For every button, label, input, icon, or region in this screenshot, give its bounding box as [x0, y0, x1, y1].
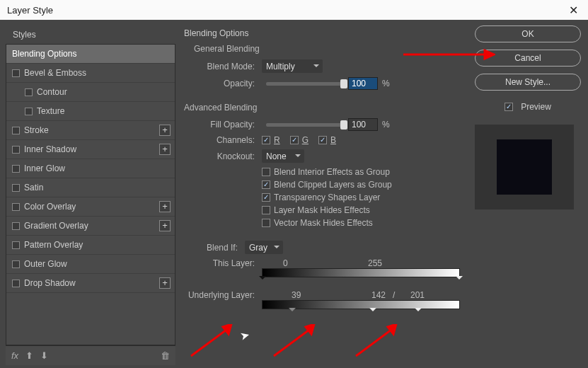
sidebar-item-label: Blending Options: [12, 49, 76, 59]
underlying-gradient[interactable]: [262, 300, 460, 309]
blend-interior-label: Blend Interior Effects as Group: [274, 167, 390, 177]
blend-clipped-label: Blend Clipped Layers as Group: [274, 180, 392, 190]
sidebar-item[interactable]: Gradient Overlay+: [6, 217, 175, 236]
fill-opacity-slider[interactable]: [266, 123, 344, 127]
svg-marker-7: [388, 324, 396, 334]
sidebar-item[interactable]: Outer Glow: [6, 255, 175, 274]
sidebar-item[interactable]: Pattern Overlay: [6, 236, 175, 255]
sidebar-item[interactable]: Bevel & Emboss: [6, 64, 175, 83]
fill-opacity-unit: %: [382, 120, 390, 130]
this-layer-label: This Layer:: [184, 258, 255, 268]
add-effect-icon[interactable]: +: [159, 220, 171, 231]
knockout-label: Knockout:: [184, 151, 255, 161]
underlying-label: Underlying Layer:: [184, 290, 255, 300]
opacity-label: Opacity:: [184, 79, 255, 88]
add-effect-icon[interactable]: +: [159, 144, 171, 155]
preview-label: Preview: [521, 102, 551, 112]
style-checkbox[interactable]: [12, 222, 20, 230]
style-checkbox[interactable]: [12, 260, 20, 268]
sidebar-item-label: Stroke: [24, 125, 49, 135]
fx-icon[interactable]: fx: [11, 350, 18, 361]
sidebar-item[interactable]: Inner Shadow+: [6, 140, 175, 159]
right-panel: OK Cancel New Style... Preview: [475, 25, 581, 365]
add-effect-icon[interactable]: +: [159, 125, 171, 136]
opacity-input[interactable]: [348, 77, 378, 90]
layermask-checkbox[interactable]: [262, 206, 270, 214]
preview-checkbox[interactable]: [505, 103, 513, 111]
channels-label: Channels:: [184, 135, 255, 145]
titlebar: Layer Style ✕: [0, 0, 588, 20]
style-checkbox[interactable]: [12, 165, 20, 173]
opacity-slider[interactable]: [266, 82, 344, 86]
style-checkbox[interactable]: [12, 280, 20, 287]
style-checkbox[interactable]: [12, 241, 20, 249]
under-white-split-a[interactable]: [369, 308, 376, 315]
svg-line-6: [356, 330, 391, 356]
blend-interior-checkbox[interactable]: [262, 168, 270, 176]
add-effect-icon[interactable]: +: [159, 277, 171, 289]
sidebar-item-label: Inner Glow: [24, 163, 65, 173]
annotation-arrow: [188, 324, 237, 360]
style-checkbox[interactable]: [12, 203, 20, 211]
arrow-down-icon[interactable]: ⬇: [40, 350, 48, 361]
sidebar-item-label: Satin: [24, 183, 43, 192]
vectormask-label: Vector Mask Hides Effects: [274, 218, 373, 228]
style-checkbox[interactable]: [12, 69, 20, 77]
fill-opacity-input[interactable]: [348, 118, 378, 131]
opacity-unit: %: [382, 79, 390, 88]
this-white-slider[interactable]: [456, 276, 463, 283]
sidebar-item[interactable]: Texture: [6, 102, 175, 121]
this-layer-gradient[interactable]: [262, 268, 460, 277]
styles-sidebar: Styles Blending OptionsBevel & EmbossCon…: [6, 25, 175, 365]
this-black-slider[interactable]: [259, 276, 266, 283]
svg-line-4: [274, 330, 309, 356]
arrow-up-icon[interactable]: ⬆: [25, 350, 33, 361]
sidebar-item[interactable]: Blending Options: [6, 45, 175, 64]
sidebar-item-label: Contour: [37, 87, 67, 97]
transparency-label: Transparency Shapes Layer: [274, 192, 380, 202]
style-checkbox[interactable]: [12, 184, 20, 192]
channel-r-label: R: [274, 135, 280, 145]
style-checkbox[interactable]: [25, 108, 33, 115]
knockout-select[interactable]: None: [262, 149, 304, 163]
sidebar-item[interactable]: Color Overlay+: [6, 197, 175, 217]
trash-icon[interactable]: 🗑: [161, 350, 170, 361]
style-checkbox[interactable]: [12, 146, 20, 154]
channel-b-label: B: [330, 135, 336, 145]
style-checkbox[interactable]: [12, 127, 20, 134]
close-icon[interactable]: ✕: [565, 4, 582, 17]
blendif-select[interactable]: Gray: [245, 241, 283, 254]
channel-g-checkbox[interactable]: [290, 136, 299, 144]
ok-button[interactable]: OK: [475, 25, 581, 42]
channel-r-checkbox[interactable]: [262, 136, 270, 144]
sidebar-item[interactable]: Drop Shadow+: [6, 274, 175, 293]
fill-opacity-label: Fill Opacity:: [184, 120, 255, 130]
blend-mode-select[interactable]: Multiply: [262, 59, 323, 73]
under-high-value: 201: [410, 290, 425, 300]
preview-swatch: [475, 125, 574, 209]
transparency-checkbox[interactable]: [262, 193, 270, 202]
blend-mode-label: Blend Mode:: [184, 62, 255, 71]
cancel-button[interactable]: Cancel: [475, 50, 581, 67]
under-white-split-b[interactable]: [415, 308, 422, 315]
sidebar-item[interactable]: Stroke+: [6, 121, 175, 140]
add-effect-icon[interactable]: +: [159, 201, 171, 212]
new-style-button[interactable]: New Style...: [475, 74, 581, 91]
sidebar-item[interactable]: Satin: [6, 178, 175, 197]
vectormask-checkbox[interactable]: [262, 219, 270, 227]
sidebar-item-label: Bevel & Emboss: [24, 68, 86, 78]
style-checkbox[interactable]: [25, 88, 33, 96]
channel-b-checkbox[interactable]: [318, 136, 327, 144]
under-black-slider[interactable]: [289, 308, 296, 315]
sidebar-item[interactable]: Inner Glow: [6, 159, 175, 178]
blend-clipped-checkbox[interactable]: [262, 180, 270, 189]
this-high-value: 255: [368, 258, 382, 268]
blendif-label: Blend If:: [184, 243, 238, 253]
annotation-arrow: [270, 324, 320, 360]
sidebar-item-label: Gradient Overlay: [24, 221, 88, 231]
sidebar-footer: fx ⬆ ⬇ 🗑: [6, 345, 175, 365]
annotation-arrow: [352, 324, 402, 360]
sidebar-item-label: Inner Shadow: [24, 144, 76, 154]
panel-heading: Blending Options: [184, 28, 466, 38]
sidebar-item[interactable]: Contour: [6, 83, 175, 102]
